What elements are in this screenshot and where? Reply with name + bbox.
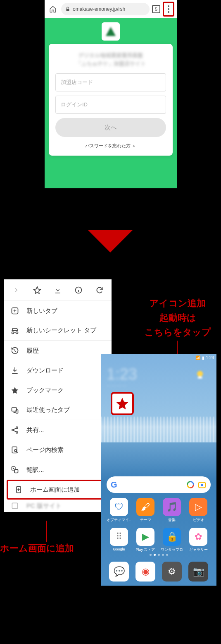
- home-icon[interactable]: [47, 3, 59, 15]
- battery-icon: ▮: [202, 356, 204, 360]
- google-search-bar[interactable]: G: [107, 476, 211, 493]
- lock-icon: [65, 7, 70, 12]
- app-icon: 🛡: [110, 498, 128, 516]
- menu-label: 履歴: [26, 347, 39, 355]
- plus-box-icon: [11, 307, 19, 315]
- app-icon: 🔒: [163, 528, 181, 546]
- menu-toolbar: [4, 279, 112, 301]
- info-icon[interactable]: [73, 284, 84, 296]
- menu-label: ページ内検索: [26, 446, 64, 454]
- app-ワンタップロ[interactable]: 🔒ワンタップロ: [159, 528, 185, 553]
- app-オプティマイ..[interactable]: 🛡オプティマイ..: [106, 498, 132, 523]
- app-icon: ▷: [189, 498, 207, 516]
- chrome-overflow-menu: 新しいタブ 新しいシークレット タブ 履歴 ダウンロード ブックマーク 最近使っ…: [4, 279, 112, 512]
- menu-downloads[interactable]: ダウンロード: [4, 360, 112, 380]
- site-logo: [102, 22, 120, 41]
- menu-label: 最近使ったタブ: [26, 406, 70, 414]
- app-音楽[interactable]: 🎵音楽: [159, 498, 185, 523]
- app-Google[interactable]: ⠿Google: [106, 528, 132, 553]
- callout-connector: [46, 521, 47, 542]
- menu-recent-tabs[interactable]: 最近使ったタブ: [4, 400, 112, 420]
- svg-point-11: [14, 449, 17, 452]
- menu-add-to-home[interactable]: ホーム画面に追加: [7, 480, 109, 500]
- wallpaper-trees: [101, 417, 216, 442]
- url-field[interactable]: omakase-emoney.jp/rsh: [61, 3, 150, 15]
- app-icon: ▶: [136, 528, 154, 546]
- home-screen-shortcut[interactable]: [111, 392, 134, 415]
- app-label: Play ストア: [135, 547, 155, 553]
- google-logo-icon: G: [111, 480, 117, 490]
- menu-label: 共有...: [26, 426, 44, 434]
- app-label: ビデオ: [193, 517, 204, 523]
- forward-icon[interactable]: [10, 284, 22, 296]
- dock-settings[interactable]: ⚙: [162, 562, 182, 582]
- page-indicator: [101, 554, 216, 556]
- dock-camera[interactable]: 📷: [188, 562, 208, 582]
- star-icon: [115, 396, 129, 411]
- devices-icon: [11, 406, 19, 414]
- url-text: omakase-emoney.jp/rsh: [73, 6, 125, 12]
- menu-history[interactable]: 履歴: [4, 341, 112, 360]
- app-label: Google: [113, 547, 125, 551]
- svg-point-1: [168, 8, 169, 10]
- menu-bookmarks[interactable]: ブックマーク: [4, 380, 112, 400]
- menu-incognito[interactable]: 新しいシークレット タブ: [4, 321, 112, 341]
- app-ビデオ[interactable]: ▷ビデオ: [185, 498, 211, 523]
- merchant-code-input[interactable]: 加盟店コード: [55, 73, 166, 91]
- status-bar: 📶 ▮ 1:23: [195, 354, 214, 361]
- lens-icon[interactable]: [197, 480, 207, 489]
- dock: 💬◉⚙📷: [101, 557, 216, 586]
- menu-find[interactable]: ページ内検索: [4, 440, 112, 460]
- step-arrow-icon: [88, 230, 133, 252]
- vertical-dots-icon: [168, 5, 169, 13]
- reload-icon[interactable]: [94, 284, 105, 296]
- app-label: ギャラリー: [189, 547, 208, 553]
- mic-icon[interactable]: [187, 481, 194, 488]
- translate-icon: [11, 466, 19, 474]
- menu-desktop-site[interactable]: PC 版サイト: [4, 500, 112, 512]
- download-arrow-icon: [11, 366, 19, 375]
- app-label: ワンタップロ: [161, 547, 183, 553]
- overflow-menu-button[interactable]: [163, 2, 174, 17]
- add-home-callout: ホーム画面に追加: [0, 542, 74, 555]
- app-label: オプティマイ..: [107, 517, 131, 523]
- dock-messages[interactable]: 💬: [109, 562, 129, 582]
- menu-label: 新しいタブ: [26, 307, 57, 315]
- login-id-input[interactable]: ログインID: [55, 96, 166, 114]
- app-ギャラリー[interactable]: ✿ギャラリー: [185, 528, 211, 553]
- bookmark-star-icon: [11, 386, 19, 394]
- svg-point-18: [201, 484, 203, 486]
- next-button[interactable]: 次へ: [55, 118, 166, 137]
- menu-label: 新しいシークレット タブ: [26, 327, 96, 334]
- history-icon: [11, 346, 19, 355]
- star-icon[interactable]: [31, 284, 43, 296]
- app-icon: ⠿: [110, 528, 128, 546]
- app-テーマ[interactable]: 🖌テーマ: [132, 498, 159, 523]
- address-bar: omakase-emoney.jp/rsh 5: [45, 0, 177, 18]
- page-content: デジタル地域通貨運用基盤 「ふちゅチケ」加盟店サイト 加盟店コード ログインID…: [45, 18, 177, 188]
- home-screen-screenshot: 📶 ▮ 1:23 1:23 — — — — G 🛡オプティマイ..🖌テーマ🎵音楽…: [101, 354, 216, 586]
- find-icon: [11, 446, 19, 454]
- svg-point-16: [197, 371, 203, 377]
- tab-count[interactable]: 5: [152, 5, 160, 13]
- menu-label: ブックマーク: [26, 387, 64, 394]
- instruction-text: アイコン追加 起動時は こちらをタップ: [136, 296, 219, 340]
- svg-rect-15: [12, 503, 17, 508]
- login-heading: デジタル地域通貨運用基盤 「ふちゅチケ」加盟店サイト: [55, 51, 166, 67]
- menu-new-tab[interactable]: 新しいタブ: [4, 301, 112, 321]
- wifi-icon: 📶: [195, 356, 200, 360]
- status-time: 1:23: [206, 356, 214, 360]
- app-label: 音楽: [168, 517, 176, 523]
- download-icon[interactable]: [52, 284, 64, 296]
- incognito-icon: [11, 327, 19, 335]
- dock-chrome[interactable]: ◉: [135, 562, 155, 582]
- login-card: デジタル地域通貨運用基盤 「ふちゅチケ」加盟店サイト 加盟店コード ログインID…: [49, 44, 173, 156]
- menu-share[interactable]: 共有...: [4, 420, 112, 440]
- menu-translate[interactable]: 翻訳...: [4, 460, 112, 480]
- forgot-password-link[interactable]: パスワードを忘れた方 ＞: [55, 143, 166, 149]
- app-icon: ✿: [189, 528, 207, 546]
- menu-label: ホーム画面に追加: [30, 486, 80, 494]
- checkbox-icon: [11, 502, 19, 510]
- app-icon: 🎵: [163, 498, 181, 516]
- app-Play ストア[interactable]: ▶Play ストア: [132, 528, 159, 553]
